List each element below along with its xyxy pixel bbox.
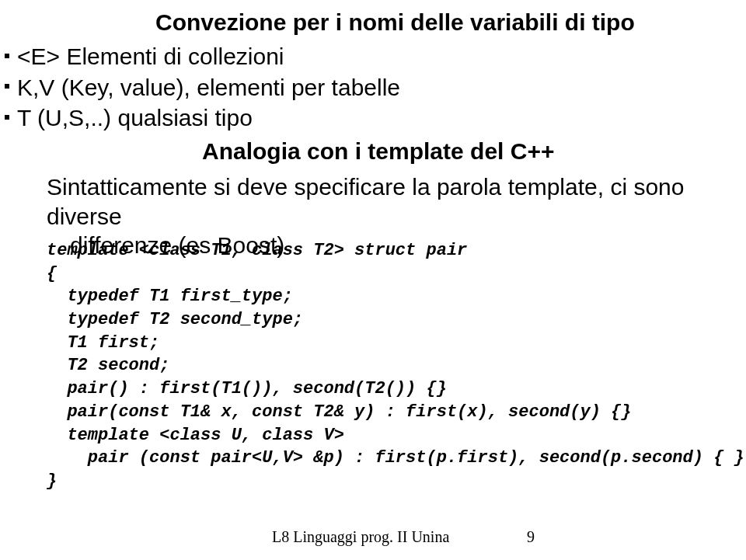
slide-title: Convezione per i nomi delle variabili di…	[155, 9, 635, 36]
bullet-dot-icon	[5, 84, 9, 89]
bullet-dot-icon	[5, 115, 9, 120]
bullet-list: <E> Elementi di collezioni K,V (Key, val…	[0, 42, 400, 134]
code-block: template <class T1, class T2> struct pai…	[47, 239, 744, 493]
bullet-dot-icon	[5, 54, 9, 58]
slide-subtitle: Analogia con i template del C++	[202, 138, 554, 165]
slide: Convezione per i nomi delle variabili di…	[0, 0, 746, 560]
footer-text: L8 Linguaggi prog. II Unina	[272, 528, 449, 546]
footer-page-number: 9	[527, 528, 535, 546]
bullet-text: K,V (Key, value), elementi per tabelle	[17, 75, 400, 100]
bullet-item: T (U,S,..) qualsiasi tipo	[0, 103, 400, 133]
bullet-text: <E> Elementi di collezioni	[17, 43, 284, 69]
bullet-item: K,V (Key, value), elementi per tabelle	[0, 73, 400, 103]
bullet-text: T (U,S,..) qualsiasi tipo	[17, 105, 253, 130]
paragraph-line: Sintatticamente si deve specificare la p…	[47, 172, 741, 231]
bullet-item: <E> Elementi di collezioni	[0, 42, 400, 71]
